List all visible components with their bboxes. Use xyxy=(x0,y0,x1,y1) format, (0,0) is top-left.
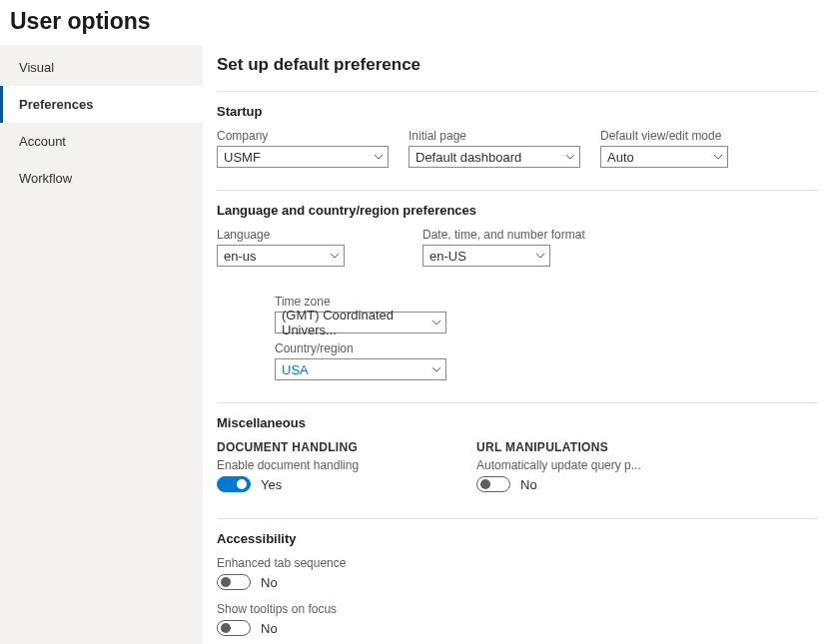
layout: Visual Preferences Account Workflow Set … xyxy=(0,45,832,644)
format-value: en-US xyxy=(429,249,466,264)
url-auto-toggle[interactable] xyxy=(476,476,510,492)
chevron-down-icon xyxy=(330,251,340,261)
chevron-down-icon xyxy=(431,364,441,374)
default-mode-label: Default view/edit mode xyxy=(600,129,728,143)
enhanced-tab-toggle[interactable] xyxy=(217,574,251,590)
toggle-knob xyxy=(480,479,490,489)
default-mode-select[interactable]: Auto xyxy=(600,146,728,168)
main-title: Set up default preference xyxy=(217,55,818,75)
initial-page-label: Initial page xyxy=(409,129,580,143)
enhanced-tab-label: Enhanced tab sequence xyxy=(217,556,818,570)
tooltip-focus-toggle[interactable] xyxy=(217,620,251,636)
country-select[interactable]: USA xyxy=(275,358,446,380)
tooltip-focus-value: No xyxy=(261,621,278,636)
section-startup: Startup Company USMF Initial page Defaul… xyxy=(217,91,818,190)
section-accessibility: Accessibility Enhanced tab sequence No S… xyxy=(217,518,818,644)
sidebar: Visual Preferences Account Workflow xyxy=(0,45,203,644)
timezone-value: (GMT) Coordinated Univers... xyxy=(282,308,425,337)
format-select[interactable]: en-US xyxy=(422,245,550,267)
initial-page-select[interactable]: Default dashboard xyxy=(409,146,580,168)
language-select[interactable]: en-us xyxy=(217,245,345,267)
sidebar-item-workflow[interactable]: Workflow xyxy=(0,160,203,197)
language-value: en-us xyxy=(224,249,257,264)
sidebar-item-visual[interactable]: Visual xyxy=(0,49,203,86)
toggle-knob xyxy=(221,577,231,587)
sidebar-item-account[interactable]: Account xyxy=(0,123,203,160)
main-panel: Set up default preference Startup Compan… xyxy=(203,45,832,644)
section-misc: Miscellaneous DOCUMENT HANDLING Enable d… xyxy=(217,402,818,518)
tooltip-focus-label: Show tooltips on focus xyxy=(217,602,818,616)
chevron-down-icon xyxy=(431,318,441,327)
chevron-down-icon xyxy=(374,152,384,162)
country-value: USA xyxy=(282,362,309,377)
doc-enable-label: Enable document handling xyxy=(217,458,416,472)
initial-page-value: Default dashboard xyxy=(416,150,521,165)
company-value: USMF xyxy=(224,150,261,165)
section-header-accessibility: Accessibility xyxy=(217,531,818,546)
chevron-down-icon xyxy=(565,152,575,162)
timezone-select[interactable]: (GMT) Coordinated Univers... xyxy=(275,312,446,333)
doc-enable-value: Yes xyxy=(261,477,282,492)
enhanced-tab-value: No xyxy=(261,575,278,590)
url-auto-value: No xyxy=(520,477,537,492)
company-select[interactable]: USMF xyxy=(217,146,389,168)
url-manip-heading: URL MANIPULATIONS xyxy=(476,440,676,454)
timezone-label: Time zone xyxy=(275,295,446,309)
toggle-knob xyxy=(237,479,247,489)
section-header-locale: Language and country/region preferences xyxy=(217,203,818,218)
doc-enable-toggle[interactable] xyxy=(217,476,251,492)
chevron-down-icon xyxy=(713,152,723,162)
format-label: Date, time, and number format xyxy=(422,228,585,242)
section-locale: Language and country/region preferences … xyxy=(217,190,818,402)
section-header-startup: Startup xyxy=(217,104,818,119)
toggle-knob xyxy=(221,623,231,633)
company-label: Company xyxy=(217,129,389,143)
chevron-down-icon xyxy=(535,251,545,261)
page-title: User options xyxy=(0,0,832,45)
section-header-misc: Miscellaneous xyxy=(217,415,818,430)
doc-handling-heading: DOCUMENT HANDLING xyxy=(217,440,416,454)
language-label: Language xyxy=(217,228,345,242)
sidebar-item-preferences[interactable]: Preferences xyxy=(0,86,203,123)
country-label: Country/region xyxy=(275,341,446,355)
url-auto-label: Automatically update query p... xyxy=(476,458,676,472)
default-mode-value: Auto xyxy=(607,150,634,165)
